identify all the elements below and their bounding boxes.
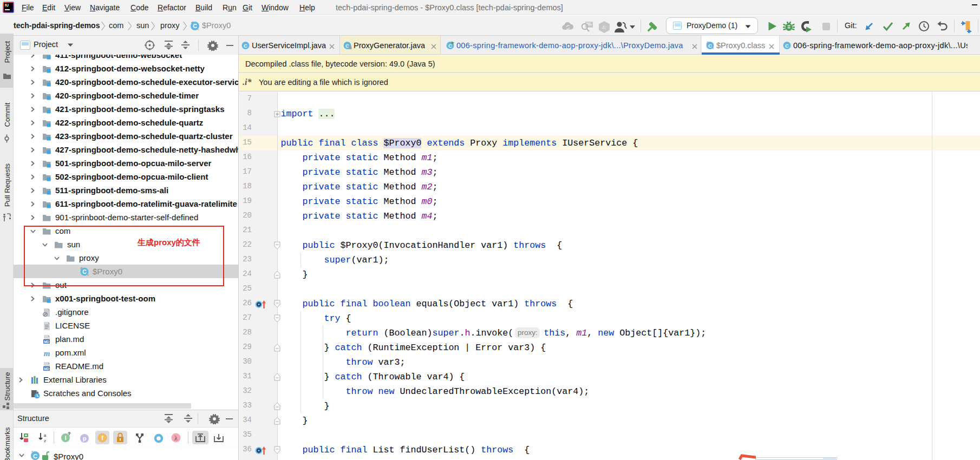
svg-text:λ: λ — [174, 435, 178, 442]
svg-text:a: a — [44, 433, 47, 438]
svg-text:C: C — [244, 43, 247, 49]
svg-text:4c: 4c — [602, 24, 607, 30]
svg-text:I: I — [64, 435, 66, 441]
svg-text:m: m — [44, 349, 50, 357]
svg-text:C: C — [33, 453, 37, 459]
svg-text:C: C — [193, 23, 197, 29]
svg-text:C: C — [708, 43, 712, 49]
svg-text:p: p — [83, 435, 87, 442]
svg-text:C: C — [785, 43, 789, 49]
svg-text:MD: MD — [44, 366, 49, 370]
svg-text:MD: MD — [44, 339, 49, 343]
svg-text:f: f — [101, 435, 103, 441]
svg-text:z: z — [44, 438, 46, 443]
